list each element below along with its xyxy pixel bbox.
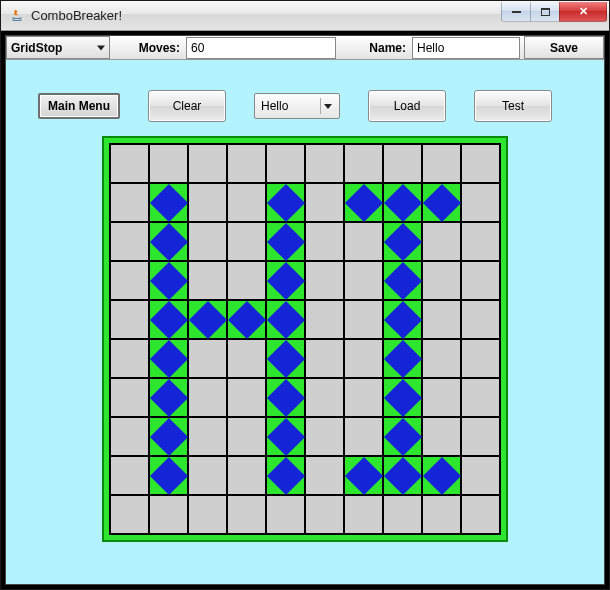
grid-cell[interactable] [461,417,500,456]
test-button[interactable]: Test [474,90,552,122]
grid-cell[interactable] [344,378,383,417]
grid-cell[interactable] [422,339,461,378]
grid-cell[interactable] [188,339,227,378]
grid-cell[interactable] [344,495,383,534]
grid-cell[interactable] [110,456,149,495]
grid-cell[interactable] [227,456,266,495]
grid-cell[interactable] [422,183,461,222]
grid-cell[interactable] [344,261,383,300]
name-input[interactable] [412,37,520,59]
grid-cell[interactable] [149,417,188,456]
grid-cell[interactable] [227,339,266,378]
grid-cell[interactable] [110,261,149,300]
preset-dropdown[interactable]: Hello [254,93,340,119]
grid-cell[interactable] [461,144,500,183]
clear-button[interactable]: Clear [148,90,226,122]
grid-cell[interactable] [188,183,227,222]
grid-cell[interactable] [344,144,383,183]
grid-cell[interactable] [110,144,149,183]
grid-cell[interactable] [188,378,227,417]
grid-cell[interactable] [344,417,383,456]
grid-cell[interactable] [383,183,422,222]
grid-cell[interactable] [461,378,500,417]
grid-cell[interactable] [305,456,344,495]
grid-cell[interactable] [305,183,344,222]
grid-cell[interactable] [110,183,149,222]
grid-cell[interactable] [422,495,461,534]
titlebar[interactable]: ComboBreaker! ✕ [1,1,609,31]
grid-cell[interactable] [305,300,344,339]
grid-cell[interactable] [227,144,266,183]
grid-cell[interactable] [305,222,344,261]
grid-cell[interactable] [227,300,266,339]
grid-cell[interactable] [149,456,188,495]
grid-cell[interactable] [227,183,266,222]
grid-cell[interactable] [461,222,500,261]
grid-cell[interactable] [305,378,344,417]
grid[interactable] [109,143,501,535]
load-button[interactable]: Load [368,90,446,122]
grid-cell[interactable] [383,144,422,183]
grid-cell[interactable] [383,339,422,378]
grid-cell[interactable] [344,456,383,495]
grid-cell[interactable] [188,456,227,495]
maximize-button[interactable] [530,2,560,22]
grid-cell[interactable] [188,300,227,339]
grid-cell[interactable] [149,495,188,534]
close-button[interactable]: ✕ [559,2,607,22]
grid-cell[interactable] [422,378,461,417]
grid-cell[interactable] [110,222,149,261]
grid-cell[interactable] [227,378,266,417]
grid-cell[interactable] [422,144,461,183]
grid-cell[interactable] [383,300,422,339]
grid-cell[interactable] [266,300,305,339]
grid-cell[interactable] [188,495,227,534]
grid-cell[interactable] [227,417,266,456]
grid-cell[interactable] [266,261,305,300]
save-button[interactable]: Save [524,36,604,59]
grid-cell[interactable] [383,378,422,417]
grid-cell[interactable] [383,417,422,456]
grid-cell[interactable] [422,417,461,456]
grid-cell[interactable] [266,456,305,495]
grid-cell[interactable] [461,300,500,339]
grid-cell[interactable] [422,222,461,261]
grid-cell[interactable] [461,183,500,222]
grid-cell[interactable] [305,261,344,300]
grid-cell[interactable] [383,261,422,300]
moves-input[interactable] [186,37,336,59]
grid-cell[interactable] [110,339,149,378]
minimize-button[interactable] [501,2,531,22]
grid-cell[interactable] [461,339,500,378]
grid-cell[interactable] [188,144,227,183]
grid-cell[interactable] [305,144,344,183]
grid-cell[interactable] [149,222,188,261]
grid-cell[interactable] [383,456,422,495]
grid-cell[interactable] [227,495,266,534]
grid-cell[interactable] [149,339,188,378]
grid-cell[interactable] [383,495,422,534]
grid-cell[interactable] [344,339,383,378]
grid-cell[interactable] [188,222,227,261]
grid-cell[interactable] [149,378,188,417]
grid-cell[interactable] [110,300,149,339]
grid-cell[interactable] [227,261,266,300]
grid-cell[interactable] [149,261,188,300]
grid-cell[interactable] [344,222,383,261]
grid-cell[interactable] [305,339,344,378]
grid-cell[interactable] [305,417,344,456]
grid-cell[interactable] [149,300,188,339]
grid-cell[interactable] [305,495,344,534]
grid-cell[interactable] [110,417,149,456]
main-menu-button[interactable]: Main Menu [38,93,120,119]
mode-dropdown[interactable]: GridStop [6,36,110,59]
grid-cell[interactable] [344,300,383,339]
grid-cell[interactable] [188,417,227,456]
grid-cell[interactable] [344,183,383,222]
grid-cell[interactable] [461,495,500,534]
grid-cell[interactable] [266,339,305,378]
grid-cell[interactable] [266,222,305,261]
grid-cell[interactable] [266,183,305,222]
grid-cell[interactable] [188,261,227,300]
grid-cell[interactable] [461,261,500,300]
